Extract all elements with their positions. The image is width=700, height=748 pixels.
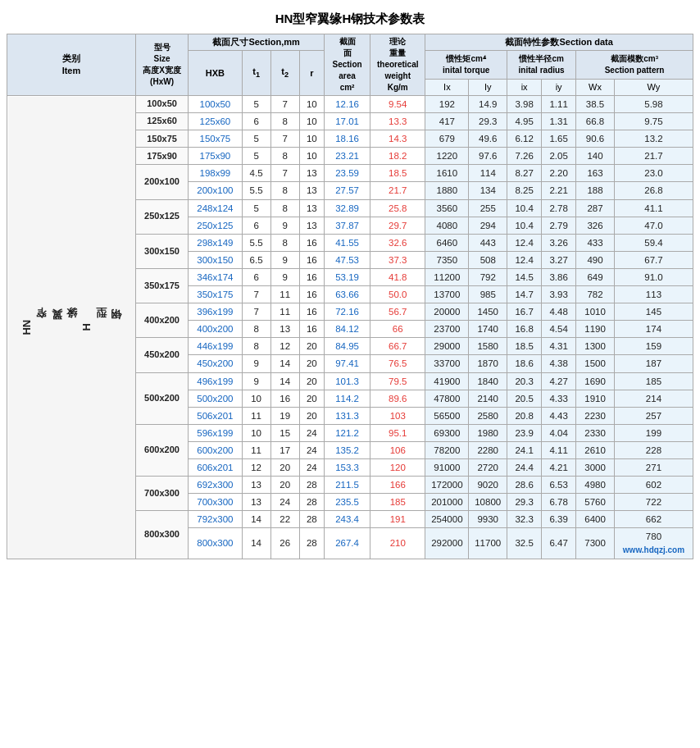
- hxb-cell: 346x174: [189, 268, 242, 285]
- iy-cell: 1450: [469, 303, 507, 321]
- ix-radius-cell: 23.9: [507, 424, 542, 441]
- t2-cell: 7: [270, 96, 299, 113]
- t2-header: t2: [270, 51, 299, 96]
- hxb-cell: 800x300: [189, 528, 242, 559]
- wy-cell: 174: [614, 321, 693, 338]
- hxb-cell: 350x175: [189, 286, 242, 303]
- category-header: 类别Item: [7, 34, 136, 96]
- iy-radius-cell: 4.43: [542, 407, 576, 424]
- t2-cell: 8: [270, 199, 299, 217]
- weight-cell: 29.7: [370, 217, 425, 234]
- hxb-cell: 250x125: [189, 217, 242, 234]
- weight-cell: 66.7: [370, 338, 425, 355]
- ix-radius-cell: 32.5: [507, 528, 542, 559]
- t2-cell: 24: [270, 494, 299, 511]
- weight-cell: 95.1: [370, 424, 425, 441]
- area-cell: 235.5: [325, 494, 370, 511]
- hxb-cell: 198x99: [189, 165, 242, 182]
- wy-cell: 47.0: [614, 217, 693, 234]
- ix-radius-cell: 12.4: [507, 234, 542, 251]
- weight-cell: 9.54: [370, 96, 425, 113]
- iy-radius-cell: 3.93: [542, 286, 576, 303]
- ix-radius-cell: 8.25: [507, 182, 542, 199]
- r-cell: 10: [299, 148, 324, 165]
- ix-cell: 11200: [425, 268, 469, 285]
- pattern-header: 截面模数cm³Section pattern: [576, 51, 693, 79]
- area-cell: 135.2: [325, 441, 370, 458]
- iy-cell: 11700: [469, 528, 507, 559]
- r-cell: 16: [299, 321, 324, 338]
- r-cell: 16: [299, 268, 324, 285]
- ix-cell: 41900: [425, 372, 469, 390]
- weight-cell: 13.3: [370, 113, 425, 130]
- wx-cell: 326: [576, 217, 615, 234]
- wy-cell: 185: [614, 372, 693, 390]
- ix-radius-cell: 10.4: [507, 217, 542, 234]
- group-cell: 150x75: [135, 130, 188, 148]
- t2-cell: 7: [270, 165, 299, 182]
- r-cell: 28: [299, 477, 324, 494]
- r-cell: 28: [299, 528, 324, 559]
- ix-header: Ix: [425, 79, 469, 95]
- ix-radius-cell: 10.4: [507, 199, 542, 217]
- wy-cell: 5.98: [614, 96, 693, 113]
- category-cell: HN窄翼缘H型钢: [7, 96, 136, 559]
- t1-header: t1: [242, 51, 270, 96]
- area-cell: 153.3: [325, 458, 370, 476]
- t2-cell: 13: [270, 321, 299, 338]
- area-cell: 211.5: [325, 477, 370, 494]
- weight-cell: 106: [370, 441, 425, 458]
- ix-radius-cell: 20.8: [507, 407, 542, 424]
- r-cell: 13: [299, 217, 324, 234]
- r-cell: 16: [299, 286, 324, 303]
- iy-radius-cell: 4.38: [542, 355, 576, 372]
- t2-cell: 26: [270, 528, 299, 559]
- group-cell: 125x60: [135, 113, 188, 130]
- hxb-cell: 100x50: [189, 96, 242, 113]
- wx-cell: 90.6: [576, 130, 615, 148]
- wy-cell: 780www.hdqzj.com: [614, 528, 693, 559]
- ix-radius-cell: 18.5: [507, 338, 542, 355]
- weight-cell: 166: [370, 477, 425, 494]
- wx-cell: 433: [576, 234, 615, 251]
- wx-cell: 6400: [576, 511, 615, 528]
- t1-cell: 14: [242, 511, 270, 528]
- iy-cell: 1740: [469, 321, 507, 338]
- group-cell: 175x90: [135, 148, 188, 165]
- weight-cell: 76.5: [370, 355, 425, 372]
- iy-radius-cell: 4.54: [542, 321, 576, 338]
- iy-radius-cell: 2.05: [542, 148, 576, 165]
- wy-cell: 67.7: [614, 251, 693, 268]
- area-cell: 243.4: [325, 511, 370, 528]
- wx-cell: 2610: [576, 441, 615, 458]
- hxb-cell: 446x199: [189, 338, 242, 355]
- ix-cell: 78200: [425, 441, 469, 458]
- iy-radius-cell: 1.11: [542, 96, 576, 113]
- r-cell: 10: [299, 96, 324, 113]
- iy-cell: 29.3: [469, 113, 507, 130]
- wy-header: Wy: [614, 79, 693, 95]
- wy-cell: 59.4: [614, 234, 693, 251]
- t1-cell: 7: [242, 303, 270, 321]
- area-cell: 63.66: [325, 286, 370, 303]
- wx-cell: 1910: [576, 390, 615, 407]
- ix-cell: 4080: [425, 217, 469, 234]
- t1-cell: 10: [242, 390, 270, 407]
- t2-cell: 16: [270, 390, 299, 407]
- iy-cell: 1840: [469, 372, 507, 390]
- ix-radius-cell: 16.8: [507, 321, 542, 338]
- ix-radius-cell: 6.12: [507, 130, 542, 148]
- ix-cell: 29000: [425, 338, 469, 355]
- wx-cell: 287: [576, 199, 615, 217]
- ix-radius-cell: 3.98: [507, 96, 542, 113]
- hxb-header: HXB: [189, 51, 242, 96]
- hxb-cell: 450x200: [189, 355, 242, 372]
- wx-cell: 7300: [576, 528, 615, 559]
- area-cell: 97.41: [325, 355, 370, 372]
- table-body: HN窄翼缘H型钢100x50100x50571012.169.5419214.9…: [7, 96, 693, 559]
- group-cell: 400x200: [135, 303, 188, 338]
- r-cell: 16: [299, 251, 324, 268]
- iy-cell: 9930: [469, 511, 507, 528]
- t1-cell: 6.5: [242, 251, 270, 268]
- iy-radius-cell: 4.04: [542, 424, 576, 441]
